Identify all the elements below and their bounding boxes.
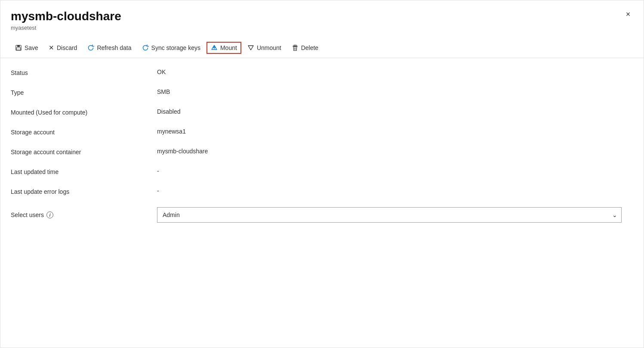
field-value-error-logs: -	[157, 187, 159, 194]
sync-button[interactable]: Sync storage keys	[138, 42, 205, 54]
discard-button[interactable]: ✕ Discard	[44, 41, 81, 54]
refresh-label: Refresh data	[97, 44, 131, 51]
unmount-button[interactable]: Unmount	[243, 42, 286, 54]
field-row-type: Type SMB	[11, 88, 633, 96]
svg-marker-7	[248, 46, 253, 50]
field-value-last-updated: -	[157, 168, 159, 174]
save-label: Save	[25, 44, 38, 51]
field-label-storage-container: Storage account container	[11, 148, 157, 155]
svg-rect-1	[17, 45, 20, 47]
refresh-icon	[87, 44, 94, 51]
svg-rect-8	[294, 45, 296, 46]
field-label-error-logs: Last update error logs	[11, 187, 157, 195]
field-label-last-updated: Last updated time	[11, 168, 157, 175]
field-row-storage-account: Storage account mynewsa1	[11, 128, 633, 136]
close-button[interactable]: ×	[621, 7, 635, 21]
delete-button[interactable]: Delete	[287, 42, 323, 54]
field-row-error-logs: Last update error logs -	[11, 187, 633, 195]
mount-icon	[211, 44, 218, 51]
svg-rect-2	[16, 48, 21, 50]
refresh-button[interactable]: Refresh data	[83, 42, 136, 54]
select-users-dropdown[interactable]: Admin	[157, 207, 622, 223]
select-users-row: Select users i Admin ⌄	[11, 207, 633, 223]
content-area: Status OK Type SMB Mounted (Used for com…	[0, 58, 644, 245]
panel-header: mysmb-cloudshare myasetest	[0, 0, 644, 31]
mount-button[interactable]: Mount	[206, 42, 241, 54]
field-row-last-updated: Last updated time -	[11, 168, 633, 175]
field-label-storage-account: Storage account	[11, 128, 157, 136]
field-value-status: OK	[157, 68, 166, 75]
field-value-storage-container: mysmb-cloudshare	[157, 148, 208, 155]
unmount-icon	[247, 44, 254, 51]
select-users-text: Select users	[11, 211, 44, 218]
detail-panel: × mysmb-cloudshare myasetest Save ✕ Disc…	[0, 0, 644, 348]
field-label-status: Status	[11, 68, 157, 76]
discard-icon: ✕	[49, 44, 54, 52]
select-users-label: Select users i	[11, 211, 157, 218]
field-value-type: SMB	[157, 88, 170, 95]
page-title: mysmb-cloudshare	[11, 9, 633, 24]
delete-icon	[292, 44, 299, 51]
delete-label: Delete	[301, 44, 318, 51]
discard-label: Discard	[57, 44, 77, 51]
field-label-mounted: Mounted (Used for compute)	[11, 108, 157, 116]
select-users-dropdown-container: Admin ⌄	[157, 207, 622, 223]
field-value-storage-account: mynewsa1	[157, 128, 186, 135]
field-label-type: Type	[11, 88, 157, 96]
svg-rect-9	[293, 46, 298, 46]
sync-label: Sync storage keys	[151, 44, 200, 51]
save-icon	[15, 44, 22, 51]
info-icon[interactable]: i	[46, 211, 53, 218]
field-row-status: Status OK	[11, 68, 633, 76]
mount-label: Mount	[220, 44, 237, 51]
toolbar: Save ✕ Discard Refresh data Sync st	[0, 38, 644, 58]
field-row-storage-container: Storage account container mysmb-cloudsha…	[11, 148, 633, 155]
unmount-label: Unmount	[257, 44, 281, 51]
close-icon: ×	[626, 10, 631, 19]
field-value-mounted: Disabled	[157, 108, 180, 115]
sync-icon	[142, 44, 149, 51]
page-subtitle: myasetest	[11, 25, 633, 31]
field-row-mounted: Mounted (Used for compute) Disabled	[11, 108, 633, 116]
save-button[interactable]: Save	[11, 42, 43, 54]
